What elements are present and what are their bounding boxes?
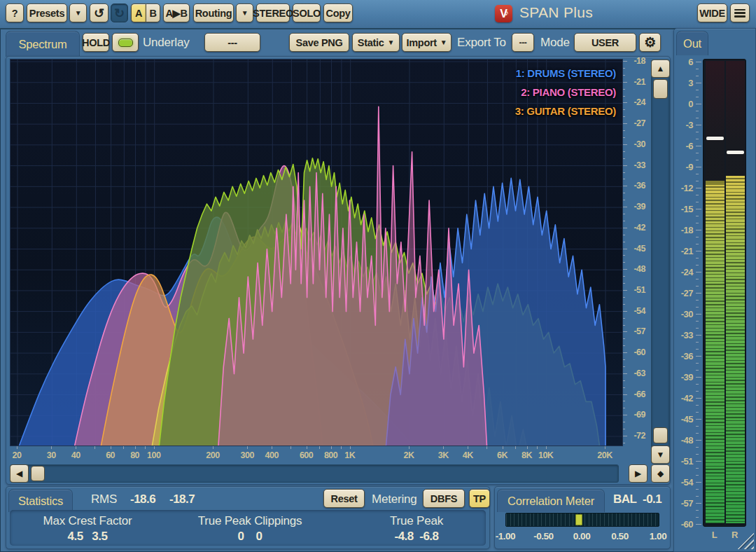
true-peak-clippings-label: True Peak Clippings — [180, 514, 320, 528]
underlay-enable-button[interactable] — [112, 33, 139, 52]
presets-dropdown-icon[interactable]: ▼ — [69, 4, 87, 22]
span-plus-window: ? Presets ▼ ↺ ↻ A B A▶B Routing ▼ STEREO… — [0, 0, 756, 552]
out-meter-db-label: -6 — [675, 141, 693, 151]
curve-piano-realtime — [218, 106, 488, 446]
freq-axis-label: 60 — [98, 450, 123, 460]
undo-icon[interactable]: ↺ — [90, 4, 108, 22]
metering-label: Metering — [372, 492, 417, 506]
max-crest-factor-values: 4.5 3.5 — [18, 530, 158, 544]
routing-button[interactable]: Routing — [193, 4, 234, 22]
out-meter-db-label: 3 — [675, 78, 693, 88]
true-peak-values: -4.8 -6.8 — [346, 530, 486, 544]
true-peak-label: True Peak — [346, 514, 486, 528]
out-meter-db-label: -45 — [675, 414, 693, 425]
scroll-left-icon[interactable]: ◀ — [10, 464, 29, 483]
hold-button[interactable]: HOLD — [83, 33, 109, 52]
correlation-scale-label: 1.00 — [643, 531, 673, 541]
dbfs-button[interactable]: DBFS — [423, 489, 465, 508]
tp-button[interactable]: TP — [469, 489, 490, 508]
chevron-down-icon: ▼ — [388, 39, 395, 46]
rms-value-left: -18.6 — [130, 492, 155, 506]
out-meter-db-label: -51 — [675, 456, 693, 467]
freq-axis-label: 30 — [38, 450, 64, 460]
out-meter-db-label: -33 — [675, 330, 693, 340]
freq-axis-label: 40 — [63, 450, 88, 460]
out-meter-db-label: -39 — [675, 372, 693, 382]
correlation-scale-label: -0.50 — [528, 531, 559, 541]
freq-axis-label: 2K — [396, 450, 421, 460]
chevron-down-icon: ▼ — [440, 39, 447, 46]
redo-icon[interactable]: ↻ — [111, 4, 128, 22]
freq-axis-label: 600 — [294, 450, 319, 460]
ab-toggle-a[interactable]: A — [131, 4, 146, 22]
solo-button[interactable]: SOLO — [293, 4, 321, 22]
underlay-led-icon — [118, 39, 133, 47]
max-crest-factor-label: Max Crest Factor — [18, 514, 158, 528]
out-meter-db-label: -42 — [675, 393, 693, 403]
tab-spectrum[interactable]: Spectrum — [6, 31, 80, 57]
import-label: Import — [407, 37, 437, 48]
help-button[interactable]: ? — [6, 4, 24, 22]
presets-button[interactable]: Presets — [27, 4, 67, 22]
out-meter-db-label: -48 — [675, 435, 693, 446]
out-meter-db-label: 0 — [675, 99, 693, 109]
freq-axis-label: 300 — [234, 450, 260, 460]
freq-axis-label: 20 — [4, 450, 29, 460]
freq-axis-label: 1K — [337, 450, 363, 460]
stereo-button[interactable]: STEREO — [256, 4, 290, 22]
out-meter-db-label: -57 — [675, 498, 693, 509]
out-meter-db-label: -60 — [675, 519, 693, 530]
rms-value-right: -18.7 — [169, 492, 195, 506]
underlay-selector-button[interactable]: --- — [204, 33, 260, 52]
horizontal-scrollbar-thumb[interactable] — [31, 466, 45, 481]
out-meter-db-label: -18 — [675, 225, 693, 235]
freq-axis-label: 400 — [259, 450, 284, 460]
out-meter-db-label: -30 — [675, 309, 693, 319]
out-meter-db-label: -3 — [675, 120, 693, 130]
freq-axis-label: 200 — [200, 450, 225, 460]
tab-statistics[interactable]: Statistics — [8, 489, 73, 512]
out-meter-channel-labels: LR — [703, 530, 746, 544]
channel-label: R — [725, 530, 744, 540]
true-peak-clippings-values: 0 0 — [180, 530, 320, 544]
out-meter-db-label: -21 — [675, 246, 693, 256]
import-dropdown[interactable]: Import ▼ — [402, 33, 451, 52]
freq-axis-label: 3K — [430, 450, 456, 460]
rms-label: RMS — [91, 492, 117, 506]
correlation-scale-label: 0.00 — [566, 531, 597, 541]
out-meter-db-label: 6 — [675, 57, 693, 67]
underlay-label: Underlay — [143, 36, 189, 50]
out-meter-db-label: -9 — [675, 162, 693, 172]
out-meter-db-label: -27 — [675, 288, 693, 298]
copy-button[interactable]: Copy — [323, 4, 353, 22]
out-meter-db-label: -24 — [675, 267, 693, 277]
channel-label: L — [705, 530, 724, 540]
routing-dropdown-icon[interactable]: ▼ — [236, 4, 253, 22]
a-to-b-button[interactable]: A▶B — [163, 4, 190, 22]
save-png-button[interactable]: Save PNG — [289, 33, 349, 52]
out-meter-db-label: -54 — [675, 477, 693, 488]
reset-button[interactable]: Reset — [323, 489, 365, 508]
correlation-scale-label: -1.00 — [490, 531, 521, 541]
out-meter-scale: 630-3-6-9-12-15-18-21-24-27-30-33-36-39-… — [673, 0, 756, 552]
out-meter-db-label: -15 — [675, 204, 693, 214]
correlation-scale: -1.00-0.500.000.501.00 — [490, 0, 675, 552]
static-dropdown[interactable]: Static ▼ — [352, 33, 400, 52]
ab-toggle-b[interactable]: B — [146, 4, 160, 22]
correlation-scale-label: 0.50 — [605, 531, 636, 541]
static-label: Static — [358, 37, 384, 48]
freq-axis-label: 4K — [455, 450, 480, 460]
out-meter-db-label: -36 — [675, 351, 693, 361]
out-meter-db-label: -12 — [675, 183, 693, 193]
freq-axis-label: 100 — [141, 450, 167, 460]
